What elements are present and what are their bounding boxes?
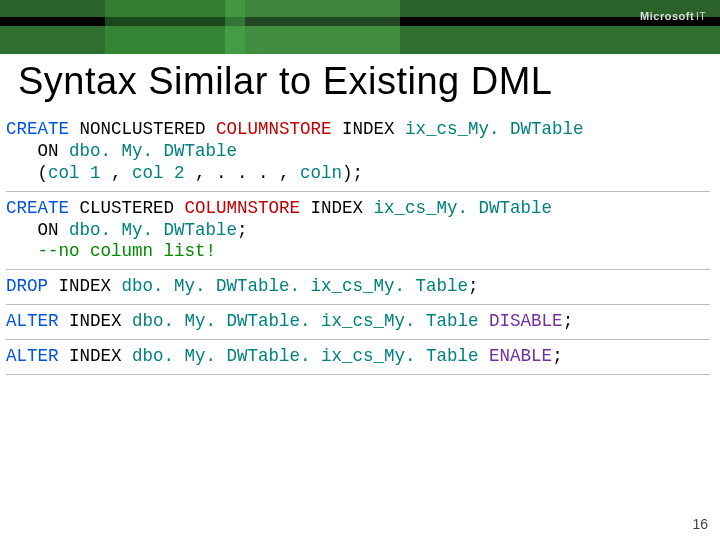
code-token	[6, 241, 38, 261]
code-token: dbo. My. DWTable. ix_cs_My. Table	[132, 311, 479, 331]
code-token: ix_cs_My. DWTable	[374, 198, 553, 218]
code-area: CREATE NONCLUSTERED COLUMNSTORE INDEX ix…	[0, 113, 720, 375]
code-token: dbo. My. DWTable. ix_cs_My. Table	[132, 346, 479, 366]
code-token: ix_cs_My. DWTable	[405, 119, 584, 139]
code-token: ;	[552, 346, 563, 366]
code-token: col 1	[48, 163, 101, 183]
code-token: coln	[300, 163, 342, 183]
code-token: --no column list!	[38, 241, 217, 261]
code-token: ,	[101, 163, 133, 183]
code-token: INDEX	[59, 311, 133, 331]
code-line: ON dbo. My. DWTable;	[6, 220, 710, 242]
code-token: INDEX	[332, 119, 406, 139]
brand-name: Microsoft	[640, 10, 694, 22]
code-token: NONCLUSTERED	[69, 119, 216, 139]
code-token: CLUSTERED	[69, 198, 185, 218]
code-token: ;	[468, 276, 479, 296]
code-line: (col 1 , col 2 , . . . , coln);	[6, 163, 710, 185]
banner-overlay-1	[105, 0, 245, 54]
code-token	[479, 311, 490, 331]
code-token: ON	[6, 141, 69, 161]
banner-overlay-2	[225, 0, 400, 54]
code-token: COLUMNSTORE	[185, 198, 301, 218]
code-line: CREATE NONCLUSTERED COLUMNSTORE INDEX ix…	[6, 119, 710, 141]
code-token: dbo. My. DWTable	[69, 220, 237, 240]
code-line: DROP INDEX dbo. My. DWTable. ix_cs_My. T…	[6, 276, 710, 298]
code-token: ;	[237, 220, 248, 240]
code-token: col 2	[132, 163, 185, 183]
code-line: ON dbo. My. DWTable	[6, 141, 710, 163]
code-block: CREATE CLUSTERED COLUMNSTORE INDEX ix_cs…	[6, 192, 710, 271]
code-token: INDEX	[59, 346, 133, 366]
code-token: ;	[563, 311, 574, 331]
code-line: ALTER INDEX dbo. My. DWTable. ix_cs_My. …	[6, 311, 710, 333]
page-number: 16	[692, 516, 708, 532]
code-block: DROP INDEX dbo. My. DWTable. ix_cs_My. T…	[6, 270, 710, 305]
code-token: dbo. My. DWTable	[69, 141, 237, 161]
code-token: (	[6, 163, 48, 183]
code-token: CREATE	[6, 198, 69, 218]
slide: MicrosoftIT Syntax Similar to Existing D…	[0, 0, 720, 540]
top-banner: MicrosoftIT	[0, 0, 720, 54]
code-block: ALTER INDEX dbo. My. DWTable. ix_cs_My. …	[6, 340, 710, 375]
code-token: DROP	[6, 276, 48, 296]
code-token: );	[342, 163, 363, 183]
code-token: , . . . ,	[185, 163, 301, 183]
code-token: ENABLE	[489, 346, 552, 366]
brand-suffix: IT	[696, 11, 706, 22]
code-token: CREATE	[6, 119, 69, 139]
code-token: INDEX	[300, 198, 374, 218]
code-line: ALTER INDEX dbo. My. DWTable. ix_cs_My. …	[6, 346, 710, 368]
code-token	[479, 346, 490, 366]
code-token: dbo. My. DWTable. ix_cs_My. Table	[122, 276, 469, 296]
code-line: CREATE CLUSTERED COLUMNSTORE INDEX ix_cs…	[6, 198, 710, 220]
code-token: ALTER	[6, 346, 59, 366]
code-line: --no column list!	[6, 241, 710, 263]
slide-title: Syntax Similar to Existing DML	[0, 54, 720, 113]
code-block: ALTER INDEX dbo. My. DWTable. ix_cs_My. …	[6, 305, 710, 340]
code-token: ALTER	[6, 311, 59, 331]
code-token: COLUMNSTORE	[216, 119, 332, 139]
code-token: DISABLE	[489, 311, 563, 331]
code-token: INDEX	[48, 276, 122, 296]
brand-label: MicrosoftIT	[640, 10, 706, 22]
code-token: ON	[6, 220, 69, 240]
code-block: CREATE NONCLUSTERED COLUMNSTORE INDEX ix…	[6, 113, 710, 192]
